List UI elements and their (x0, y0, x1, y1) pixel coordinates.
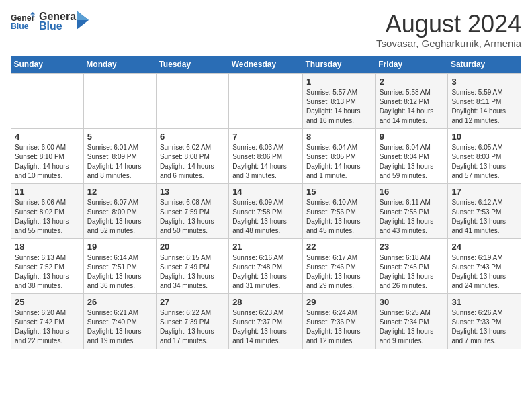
day-number: 30 (380, 297, 445, 307)
calendar-cell (11, 73, 84, 128)
day-number: 9 (380, 132, 445, 142)
day-info: Sunrise: 6:14 AM Sunset: 7:51 PM Dayligh… (87, 253, 152, 291)
day-number: 15 (306, 187, 372, 197)
day-number: 1 (306, 77, 372, 87)
day-info: Sunrise: 6:03 AM Sunset: 8:06 PM Dayligh… (232, 143, 299, 181)
day-info: Sunrise: 6:05 AM Sunset: 8:03 PM Dayligh… (451, 143, 517, 181)
day-info: Sunrise: 6:12 AM Sunset: 7:53 PM Dayligh… (451, 198, 517, 236)
calendar-cell: 24Sunrise: 6:19 AM Sunset: 7:43 PM Dayli… (448, 238, 521, 293)
day-number: 10 (451, 132, 517, 142)
day-info: Sunrise: 6:10 AM Sunset: 7:56 PM Dayligh… (306, 198, 372, 236)
calendar-cell: 9Sunrise: 6:04 AM Sunset: 8:04 PM Daylig… (375, 128, 448, 183)
page-title: August 2024 (376, 11, 521, 38)
calendar-cell: 2Sunrise: 5:58 AM Sunset: 8:12 PM Daylig… (375, 73, 448, 128)
day-number: 12 (87, 187, 152, 197)
day-number: 23 (380, 242, 445, 252)
calendar-cell: 6Sunrise: 6:02 AM Sunset: 8:08 PM Daylig… (156, 128, 228, 183)
day-info: Sunrise: 6:06 AM Sunset: 8:02 PM Dayligh… (15, 198, 80, 236)
day-number: 26 (87, 297, 152, 307)
day-info: Sunrise: 6:26 AM Sunset: 7:33 PM Dayligh… (451, 308, 517, 346)
day-info: Sunrise: 6:19 AM Sunset: 7:43 PM Dayligh… (451, 253, 517, 291)
calendar-week-row: 1Sunrise: 5:57 AM Sunset: 8:13 PM Daylig… (11, 73, 521, 128)
day-number: 29 (306, 297, 372, 307)
col-header-thursday: Thursday (302, 56, 375, 74)
day-number: 4 (15, 132, 80, 142)
calendar-cell: 8Sunrise: 6:04 AM Sunset: 8:05 PM Daylig… (302, 128, 375, 183)
calendar-cell (83, 73, 156, 128)
day-number: 27 (160, 297, 225, 307)
calendar-cell: 1Sunrise: 5:57 AM Sunset: 8:13 PM Daylig… (302, 73, 375, 128)
col-header-saturday: Saturday (448, 56, 521, 74)
calendar-cell: 19Sunrise: 6:14 AM Sunset: 7:51 PM Dayli… (83, 238, 156, 293)
day-number: 24 (451, 242, 517, 252)
day-number: 3 (451, 77, 517, 87)
calendar-week-row: 18Sunrise: 6:13 AM Sunset: 7:52 PM Dayli… (11, 238, 521, 293)
day-info: Sunrise: 6:15 AM Sunset: 7:49 PM Dayligh… (160, 253, 225, 291)
col-header-sunday: Sunday (11, 56, 84, 74)
calendar-cell: 26Sunrise: 6:21 AM Sunset: 7:40 PM Dayli… (83, 293, 156, 349)
day-number: 18 (15, 242, 80, 252)
day-number: 17 (451, 187, 517, 197)
day-info: Sunrise: 6:13 AM Sunset: 7:52 PM Dayligh… (15, 253, 80, 291)
logo-icon: General Blue (11, 12, 35, 31)
title-block: August 2024 Tsovasar, Gegharkunik, Armen… (376, 11, 521, 49)
calendar-cell: 27Sunrise: 6:22 AM Sunset: 7:39 PM Dayli… (156, 293, 228, 349)
calendar-cell: 13Sunrise: 6:08 AM Sunset: 7:59 PM Dayli… (156, 183, 228, 238)
calendar-cell: 20Sunrise: 6:15 AM Sunset: 7:49 PM Dayli… (156, 238, 228, 293)
day-info: Sunrise: 6:21 AM Sunset: 7:40 PM Dayligh… (87, 308, 152, 346)
calendar-week-row: 4Sunrise: 6:00 AM Sunset: 8:10 PM Daylig… (11, 128, 521, 183)
col-header-wednesday: Wednesday (229, 56, 303, 74)
calendar-cell: 21Sunrise: 6:16 AM Sunset: 7:48 PM Dayli… (229, 238, 303, 293)
calendar-cell: 31Sunrise: 6:26 AM Sunset: 7:33 PM Dayli… (448, 293, 521, 349)
day-number: 2 (380, 77, 445, 87)
day-info: Sunrise: 6:24 AM Sunset: 7:36 PM Dayligh… (306, 308, 372, 346)
day-info: Sunrise: 6:17 AM Sunset: 7:46 PM Dayligh… (306, 253, 372, 291)
calendar-cell: 25Sunrise: 6:20 AM Sunset: 7:42 PM Dayli… (11, 293, 84, 349)
svg-text:Blue: Blue (11, 21, 29, 31)
calendar-cell: 12Sunrise: 6:07 AM Sunset: 8:00 PM Dayli… (83, 183, 156, 238)
calendar-cell: 23Sunrise: 6:18 AM Sunset: 7:45 PM Dayli… (375, 238, 448, 293)
day-info: Sunrise: 6:11 AM Sunset: 7:55 PM Dayligh… (380, 198, 445, 236)
calendar-cell: 29Sunrise: 6:24 AM Sunset: 7:36 PM Dayli… (302, 293, 375, 349)
day-number: 6 (160, 132, 225, 142)
day-number: 16 (380, 187, 445, 197)
logo-triangle-icon (77, 11, 89, 30)
calendar-cell: 7Sunrise: 6:03 AM Sunset: 8:06 PM Daylig… (229, 128, 303, 183)
calendar-cell (229, 73, 303, 128)
calendar-cell: 14Sunrise: 6:09 AM Sunset: 7:58 PM Dayli… (229, 183, 303, 238)
calendar-table: SundayMondayTuesdayWednesdayThursdayFrid… (11, 56, 521, 349)
day-number: 20 (160, 242, 225, 252)
col-header-friday: Friday (375, 56, 448, 74)
day-number: 19 (87, 242, 152, 252)
day-info: Sunrise: 6:08 AM Sunset: 7:59 PM Dayligh… (160, 198, 225, 236)
day-info: Sunrise: 6:00 AM Sunset: 8:10 PM Dayligh… (15, 143, 80, 181)
page-header: General Blue General Blue August 2024 Ts… (11, 11, 521, 49)
day-info: Sunrise: 6:01 AM Sunset: 8:09 PM Dayligh… (87, 143, 152, 181)
day-number: 7 (232, 132, 299, 142)
day-number: 13 (160, 187, 225, 197)
day-number: 14 (232, 187, 299, 197)
calendar-week-row: 25Sunrise: 6:20 AM Sunset: 7:42 PM Dayli… (11, 293, 521, 349)
day-info: Sunrise: 6:04 AM Sunset: 8:05 PM Dayligh… (306, 143, 372, 181)
calendar-cell: 30Sunrise: 6:25 AM Sunset: 7:34 PM Dayli… (375, 293, 448, 349)
calendar-cell: 11Sunrise: 6:06 AM Sunset: 8:02 PM Dayli… (11, 183, 84, 238)
day-info: Sunrise: 6:25 AM Sunset: 7:34 PM Dayligh… (380, 308, 445, 346)
day-number: 21 (232, 242, 299, 252)
day-info: Sunrise: 5:58 AM Sunset: 8:12 PM Dayligh… (380, 88, 445, 126)
page-subtitle: Tsovasar, Gegharkunik, Armenia (376, 38, 521, 49)
calendar-cell: 18Sunrise: 6:13 AM Sunset: 7:52 PM Dayli… (11, 238, 84, 293)
day-info: Sunrise: 6:04 AM Sunset: 8:04 PM Dayligh… (380, 143, 445, 181)
day-info: Sunrise: 5:57 AM Sunset: 8:13 PM Dayligh… (306, 88, 372, 126)
calendar-week-row: 11Sunrise: 6:06 AM Sunset: 8:02 PM Dayli… (11, 183, 521, 238)
logo: General Blue General Blue (11, 11, 89, 32)
calendar-cell: 17Sunrise: 6:12 AM Sunset: 7:53 PM Dayli… (448, 183, 521, 238)
calendar-cell: 28Sunrise: 6:23 AM Sunset: 7:37 PM Dayli… (229, 293, 303, 349)
col-header-tuesday: Tuesday (156, 56, 228, 74)
calendar-cell: 4Sunrise: 6:00 AM Sunset: 8:10 PM Daylig… (11, 128, 84, 183)
day-info: Sunrise: 5:59 AM Sunset: 8:11 PM Dayligh… (451, 88, 517, 126)
day-number: 28 (232, 297, 299, 307)
day-number: 25 (15, 297, 80, 307)
svg-marker-5 (77, 11, 89, 20)
day-info: Sunrise: 6:07 AM Sunset: 8:00 PM Dayligh… (87, 198, 152, 236)
calendar-header-row: SundayMondayTuesdayWednesdayThursdayFrid… (11, 56, 521, 74)
